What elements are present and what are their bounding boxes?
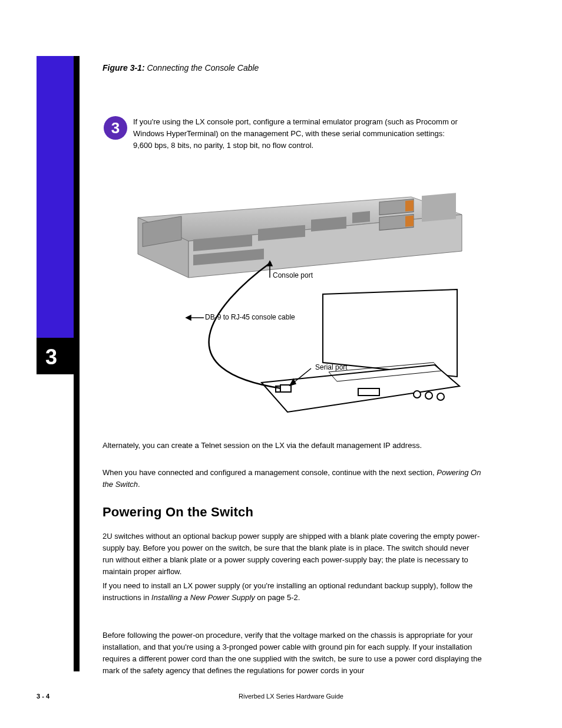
paragraph-telnet-note: Alternately, you can create a Telnet ses… bbox=[103, 440, 482, 452]
figure-label: Figure 3-1: bbox=[103, 63, 147, 73]
diagram-label-cable: DB-9 to RJ-45 console cable bbox=[205, 313, 295, 321]
step-number-badge: 3 bbox=[104, 116, 127, 140]
chapter-number: 3 bbox=[45, 345, 57, 370]
svg-marker-26 bbox=[186, 315, 191, 320]
figure-title-text: Connecting the Console Cable bbox=[147, 63, 259, 73]
text-fragment: When you have connected and configured a… bbox=[103, 468, 437, 477]
sidebar-purple-bar bbox=[37, 56, 74, 338]
svg-rect-13 bbox=[422, 193, 456, 222]
vertical-divider bbox=[74, 56, 80, 671]
svg-point-20 bbox=[425, 392, 432, 399]
paragraph-blank-plate: 2U switches without an optional backup p… bbox=[103, 531, 482, 578]
svg-rect-11 bbox=[405, 200, 414, 212]
svg-rect-12 bbox=[405, 216, 414, 227]
diagram-label-console-port: Console port bbox=[273, 271, 313, 279]
svg-rect-18 bbox=[358, 388, 379, 396]
text-fragment: on page 5-2. bbox=[255, 593, 300, 602]
svg-point-21 bbox=[437, 393, 444, 400]
svg-rect-8 bbox=[352, 211, 370, 223]
step-instruction-text: If you're using the LX console port, con… bbox=[133, 116, 463, 151]
paragraph-voltage-check: Before following the power-on procedure,… bbox=[103, 630, 482, 677]
diagram-label-serial-port: Serial port bbox=[315, 363, 348, 371]
figure-caption: Figure 3-1: Connecting the Console Cable bbox=[103, 63, 259, 73]
console-connection-diagram bbox=[134, 188, 464, 430]
text-fragment: . bbox=[138, 480, 140, 489]
footer-page-number: 3 - 4 bbox=[37, 693, 49, 700]
section-heading-powering-on: Powering On the Switch bbox=[103, 505, 253, 520]
paragraph-continue-note: When you have connected and configured a… bbox=[103, 467, 482, 490]
footer-doc-title: Riverbed LX Series Hardware Guide bbox=[239, 693, 343, 700]
svg-point-19 bbox=[414, 391, 421, 398]
paragraph-install-supply: If you need to install an LX power suppl… bbox=[103, 580, 482, 604]
text-emphasis: Installing a New Power Supply bbox=[151, 593, 255, 602]
